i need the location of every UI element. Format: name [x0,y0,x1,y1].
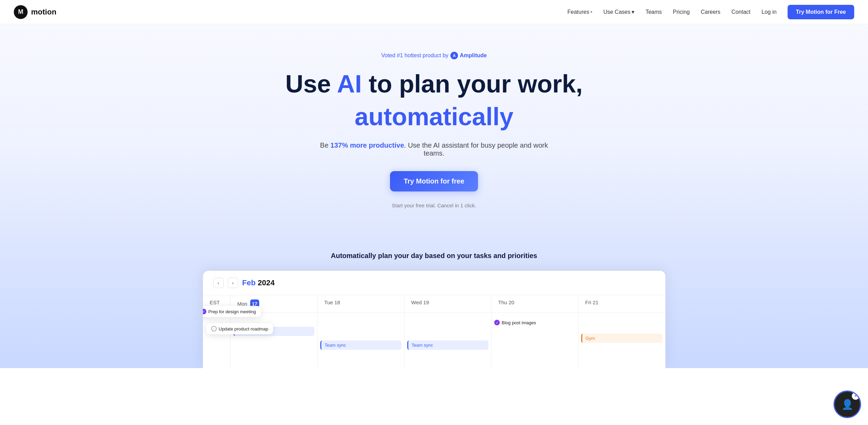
hero-badge: Voted #1 hottest product by A Amplitude [381,52,487,59]
amplitude-icon: A [450,52,458,59]
logo-icon: M [14,5,28,19]
calendar-day-thu: Thu 20 [491,295,578,313]
calendar-section: Automatically plan your day based on you… [0,238,868,368]
task-check-icon-gray: ○ [211,326,217,332]
nav-links: Features ▾ Use Cases ▾ Teams Pricing Car… [567,5,854,19]
nav-careers[interactable]: Careers [701,9,720,15]
task-wed-sync: Team sync [407,340,488,350]
hero-subtitle-auto: automatically [7,103,861,130]
hero-title: Use AI to plan your work, [279,70,589,98]
nav-features[interactable]: Features ▾ [567,9,592,15]
calendar-section-label: Automatically plan your day based on you… [7,252,861,260]
nav-cta-button[interactable]: Try Motion for Free [788,5,854,19]
nav-login[interactable]: Log in [762,9,777,15]
calendar-month: Feb 2024 [242,278,275,287]
task-check-icon: ✓ [203,309,206,314]
calendar-col-thu: ✓ Blog post images [491,313,578,368]
nav-contact[interactable]: Contact [731,9,750,15]
calendar-day-headers: EST Mon 17 Tue 18 Wed 19 Thu 20 Fri 21 [203,295,665,313]
calendar-day-tue: Tue 18 [318,295,404,313]
nav-teams[interactable]: Teams [645,9,662,15]
logo-link[interactable]: M motion [14,5,56,19]
task-thu-blog: Blog post images [502,320,536,325]
hero-description: Be 137% more productive. Use the AI assi… [313,141,555,157]
floating-task-design: ✓ Prep for design meeting [203,306,261,317]
calendar-col-fri: Gym [578,313,665,368]
hero-section: Voted #1 hottest product by A Amplitude … [0,24,868,238]
hero-cta-button[interactable]: Try Motion for free [390,171,478,191]
calendar-col-tue: Team sync [318,313,404,368]
calendar-next-button[interactable]: › [228,278,238,288]
logo-text: motion [31,8,56,17]
calendar-col-wed: Team sync [404,313,491,368]
navbar: M motion Features ▾ Use Cases ▾ Teams Pr… [0,0,868,24]
calendar-day-fri: Fri 21 [578,295,665,313]
calendar-body: ✓ Prep for design meeting ○ Update produ… [203,313,665,368]
chevron-down-icon: ▾ [591,10,592,14]
chevron-down-icon: ▾ [632,9,634,15]
calendar-body-est [203,313,231,368]
hero-trial-text: Start your free trial. Cancel in 1 click… [7,202,861,208]
task-check-thu: ✓ [494,320,500,325]
nav-use-cases[interactable]: Use Cases ▾ [603,9,634,15]
calendar-day-wed: Wed 19 [404,295,491,313]
calendar-header: ‹ › Feb 2024 [203,271,665,295]
task-fri-gym: Gym [581,334,663,343]
amplitude-badge: A Amplitude [450,52,487,59]
calendar-col-mon: ✓ Prep for design meeting ○ Update produ… [231,313,318,368]
nav-pricing[interactable]: Pricing [673,9,690,15]
calendar-prev-button[interactable]: ‹ [213,278,224,288]
floating-task-roadmap: ○ Update product roadmap [206,323,273,334]
calendar-container: ‹ › Feb 2024 EST Mon 17 Tue 18 Wed 19 Th… [203,271,665,368]
task-tue-sync: Team sync [320,340,401,350]
